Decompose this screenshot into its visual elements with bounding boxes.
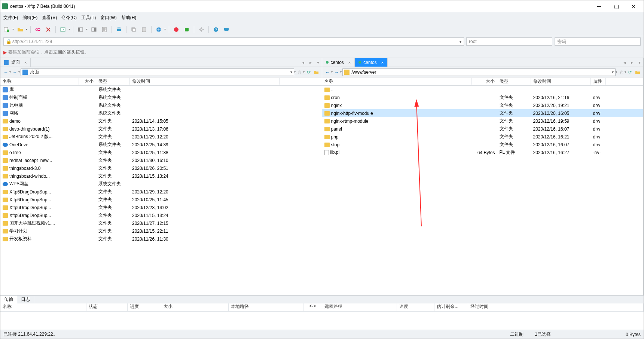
list-item[interactable]: nginx-http-flv-module文件夹2020/12/20, 16:0… (322, 109, 644, 117)
menu-item[interactable]: 窗口(W) (100, 15, 116, 21)
col-date[interactable]: 修改时间 (531, 78, 591, 85)
menu-item[interactable]: 帮助(H) (121, 15, 137, 21)
help-icon[interactable]: ? (212, 25, 220, 34)
back-button[interactable]: ← (324, 69, 331, 76)
list-item[interactable]: Xftp6DragDropSup...文件夹2020/11/29, 12:20 (0, 188, 322, 196)
list-item[interactable]: nginx-rtmp-module文件夹2020/12/16, 19:59drw (322, 117, 644, 125)
username-field[interactable]: root (466, 37, 552, 46)
new-session-icon[interactable] (3, 25, 11, 34)
tab-menu-icon[interactable]: ▾ (636, 58, 643, 67)
menu-item[interactable]: 命令(C) (61, 15, 77, 21)
tcol-est[interactable]: 估计剩余... (434, 303, 468, 311)
password-field[interactable]: 密码 (555, 37, 641, 46)
home-folder-icon[interactable] (313, 69, 320, 76)
app-red-icon[interactable] (172, 25, 180, 34)
home-folder-icon[interactable] (634, 69, 641, 76)
tcol-size[interactable]: 大小 (161, 303, 229, 311)
list-item[interactable]: Xftp6DragDropSup...文件夹2020/11/15, 13:24 (0, 211, 322, 219)
menu-item[interactable]: 查看(V) (42, 15, 57, 21)
col-date[interactable]: 修改时间 (130, 78, 280, 85)
tcol-status[interactable]: 状态 (86, 303, 128, 311)
list-item[interactable]: stop文件夹2020/12/16, 16:07drw (322, 141, 644, 149)
list-item[interactable]: oTree文件夹2020/10/25, 11:38 (0, 149, 322, 156)
layout-left-icon[interactable] (76, 25, 85, 34)
list-item[interactable]: cron文件夹2020/12/16, 21:16drw (322, 94, 644, 101)
list-item[interactable]: demo文件夹2020/11/14, 15:05 (0, 117, 322, 125)
copy-icon[interactable] (129, 25, 138, 34)
col-type[interactable]: 类型 (497, 78, 531, 85)
col-attr[interactable]: 属性 (591, 78, 606, 85)
list-item[interactable]: nginx文件夹2020/12/20, 19:21drw (322, 101, 644, 109)
open-icon[interactable] (16, 25, 24, 34)
list-item[interactable]: 国开大学跳过视频v1....文件夹2020/11/27, 12:15 (0, 219, 322, 227)
list-item[interactable]: panel文件夹2020/12/16, 16:07drw (322, 125, 644, 133)
col-type[interactable]: 类型 (96, 78, 130, 85)
list-item[interactable]: php文件夹2020/12/16, 16:21drw (322, 133, 644, 141)
paste-icon[interactable] (140, 25, 148, 34)
transfer-headers[interactable]: 名称 状态 进度 大小 本地路径 <-> 远程路径 速度 估计剩余... 经过时… (0, 303, 644, 312)
minimize-button[interactable]: ─ (590, 0, 608, 12)
list-item[interactable]: 此电脑系统文件夹 (0, 101, 322, 109)
file-list-left[interactable]: 库系统文件夹控制面板系统文件夹此电脑系统文件夹网络系统文件夹demo文件夹202… (0, 86, 322, 295)
tcol-local[interactable]: 本地路径 (229, 303, 303, 311)
link-icon[interactable] (34, 25, 42, 34)
tab-session[interactable]: centos× (355, 58, 388, 67)
tab-session[interactable]: centos× (322, 58, 355, 67)
menu-item[interactable]: 编辑(E) (22, 15, 37, 21)
tab-next-icon[interactable]: ▸ (628, 58, 636, 67)
transfer-list[interactable] (0, 312, 644, 330)
close-icon[interactable]: × (348, 60, 351, 65)
tcol-speed[interactable]: 速度 (397, 303, 434, 311)
list-item[interactable]: Xftp6DragDropSup...文件夹2020/10/25, 11:45 (0, 196, 322, 204)
maximize-button[interactable]: ▢ (608, 0, 625, 12)
list-item[interactable]: 开发板资料文件夹2020/11/26, 11:30 (0, 235, 322, 243)
app-green-icon[interactable] (183, 25, 191, 34)
column-headers[interactable]: 名称 大小 类型 修改时间 属性 (322, 77, 644, 86)
tab-desktop[interactable]: 桌面 × (0, 58, 31, 67)
tab-prev-icon[interactable]: ◂ (299, 58, 307, 67)
tab-prev-icon[interactable]: ◂ (621, 58, 628, 67)
tcol-elapsed[interactable]: 经过时间 (468, 303, 644, 311)
globe-icon[interactable] (155, 25, 163, 34)
refresh-icon[interactable]: ⟳ (305, 69, 312, 76)
path-field[interactable]: 桌面 ▾ (21, 68, 294, 76)
url-field[interactable]: 🔒 sftp://211.64.41.229 ▾ (3, 37, 464, 46)
chat-icon[interactable] (222, 25, 231, 34)
layout-right-icon[interactable] (90, 25, 98, 34)
list-item[interactable]: Xftp6DragDropSup...文件夹2020/12/23, 14:02 (0, 204, 322, 211)
list-item[interactable]: redhat_accept_new...文件夹2020/11/30, 16:10 (0, 156, 322, 164)
menu-item[interactable]: 工具(T) (81, 15, 96, 21)
settings-icon[interactable] (197, 25, 205, 34)
print-icon[interactable] (115, 25, 123, 34)
tab-next-icon[interactable]: ▸ (307, 58, 314, 67)
list-item[interactable]: 网络系统文件夹 (0, 109, 322, 117)
star-icon[interactable]: ☆ (296, 69, 303, 76)
menu-item[interactable]: 文件(F) (3, 15, 18, 21)
close-button[interactable]: ✕ (625, 0, 642, 12)
col-size[interactable]: 大小 (79, 78, 96, 85)
file-list-right[interactable]: ..cron文件夹2020/12/16, 21:16drwnginx文件夹202… (322, 86, 644, 295)
refresh-icon[interactable]: ⟳ (627, 69, 634, 76)
forward-button[interactable]: → (333, 69, 340, 76)
list-item[interactable]: thingsboard-3.0文件夹2020/10/26, 20:51 (0, 164, 322, 172)
tcol-name[interactable]: 名称 (0, 303, 86, 311)
list-item[interactable]: devo-thingsboard(1)文件夹2020/11/13, 17:06 (0, 125, 322, 133)
tcol-remote[interactable]: 远程路径 (322, 303, 397, 311)
tab-menu-icon[interactable]: ▾ (314, 58, 322, 67)
tcol-dir[interactable]: <-> (303, 303, 322, 311)
forward-button[interactable]: → (12, 69, 18, 76)
list-item[interactable]: thingsboard-windo...文件夹2020/11/15, 13:24 (0, 172, 322, 180)
disconnect-icon[interactable] (44, 25, 52, 34)
col-size[interactable]: 大小 (472, 78, 497, 85)
list-item[interactable]: lib.pl64 BytesPL 文件2020/12/16, 16:27-rw- (322, 149, 644, 156)
list-item[interactable]: 库系统文件夹 (0, 86, 322, 94)
tcol-progress[interactable]: 进度 (128, 303, 161, 311)
path-field[interactable]: /www/server ▾ (342, 68, 616, 76)
sync-icon[interactable] (59, 25, 67, 34)
tab-log[interactable]: 日志 (17, 296, 34, 303)
tab-transfer[interactable]: 传输 (0, 296, 17, 303)
list-item[interactable]: 控制面板系统文件夹 (0, 94, 322, 101)
close-icon[interactable]: × (24, 60, 27, 65)
list-item[interactable]: OneDrive系统文件夹2020/12/25, 14:39 (0, 141, 322, 149)
column-headers[interactable]: 名称 大小 类型 修改时间 (0, 77, 322, 86)
